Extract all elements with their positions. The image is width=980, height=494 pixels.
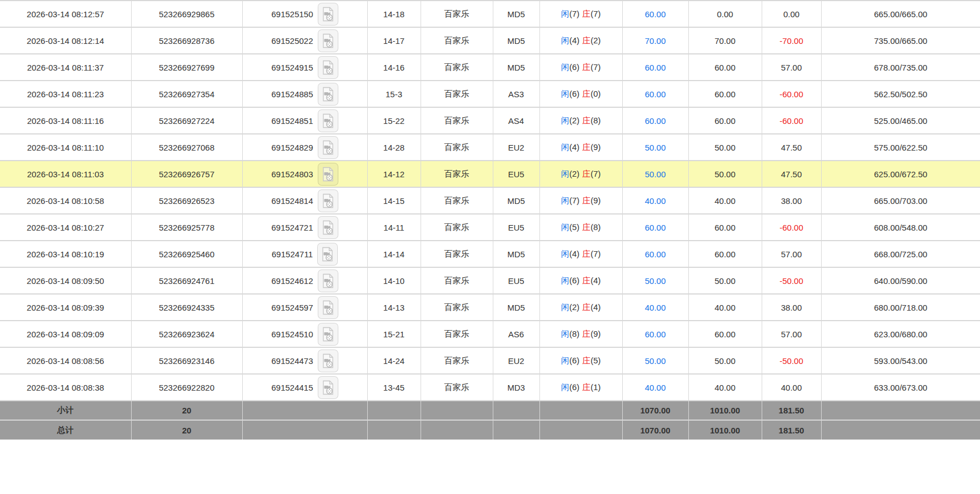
grand-total-spacer <box>367 420 421 440</box>
cell-table-code: MD5 <box>493 294 539 321</box>
cell-order-id: 523266927699 <box>131 54 242 81</box>
balance-before-after: 633.00/673.00 <box>874 383 927 392</box>
table-row[interactable]: 2026-03-14 08:10:19 523266925460 6915247… <box>0 241 980 267</box>
cell-game-name: 百家乐 <box>421 214 493 241</box>
game-id: 691524473 <box>271 356 313 366</box>
game-id: 691524885 <box>271 89 313 99</box>
win-loss: 38.00 <box>781 196 802 206</box>
banker-label: 庄 <box>582 142 591 152</box>
cell-bet-amount: 50.00 <box>622 161 688 187</box>
video-file-icon <box>322 33 334 48</box>
table-row[interactable]: 2026-03-14 08:11:16 523266927224 6915248… <box>0 107 980 134</box>
cell-bet-time: 2026-03-14 08:09:39 <box>0 294 131 321</box>
game-name: 百家乐 <box>444 142 469 152</box>
subtotal-spacer <box>539 401 622 420</box>
video-replay-button[interactable] <box>318 3 338 26</box>
game-name: 百家乐 <box>444 356 469 365</box>
cell-table-code: MD5 <box>493 241 539 267</box>
table-row[interactable]: 2026-03-14 08:10:58 523266926523 6915248… <box>0 187 980 214</box>
banker-points: (4) <box>591 276 601 285</box>
cell-game-id: 691524829 <box>242 134 367 161</box>
table-row[interactable]: 2026-03-14 08:09:09 523266923624 6915245… <box>0 321 980 347</box>
video-replay-button[interactable] <box>318 29 338 52</box>
cell-order-id: 523266926523 <box>131 187 242 214</box>
cell-bet-time: 2026-03-14 08:11:23 <box>0 81 131 107</box>
cell-table-code: MD5 <box>493 187 539 214</box>
table-row[interactable]: 2026-03-14 08:09:39 523266924335 6915245… <box>0 294 980 321</box>
cell-game-id: 691524711 <box>242 241 367 267</box>
cell-round: 14-16 <box>367 54 421 81</box>
cell-result: 闲(2)庄(7) <box>539 161 622 187</box>
player-points: (6) <box>569 62 579 72</box>
video-replay-button[interactable] <box>318 189 338 212</box>
video-replay-button[interactable] <box>318 109 338 132</box>
cell-table-code: EU5 <box>493 267 539 294</box>
subtotal-spacer <box>421 401 493 420</box>
cell-order-id: 523266924335 <box>131 294 242 321</box>
table-row[interactable]: 2026-03-14 08:11:03 523266926757 6915248… <box>0 161 980 187</box>
cell-result: 闲(7)庄(9) <box>539 187 622 214</box>
banker-points: (7) <box>591 9 601 18</box>
order-id: 523266922820 <box>159 383 214 392</box>
cell-round: 14-18 <box>367 1 421 27</box>
video-replay-button[interactable] <box>318 323 338 346</box>
table-row[interactable]: 2026-03-14 08:09:50 523266924761 6915246… <box>0 267 980 294</box>
records-body: 2026-03-14 08:12:57 523266929865 6915251… <box>0 1 980 401</box>
table-row[interactable]: 2026-03-14 08:12:14 523266928736 6915250… <box>0 27 980 54</box>
bet-amount: 40.00 <box>645 196 666 206</box>
table-row[interactable]: 2026-03-14 08:11:10 523266927068 6915248… <box>0 134 980 161</box>
player-label: 闲 <box>561 222 569 232</box>
table-row[interactable]: 2026-03-14 08:08:56 523266923146 6915244… <box>0 347 980 374</box>
round-number: 15-21 <box>383 330 404 339</box>
video-replay-button[interactable] <box>318 376 338 399</box>
table-row[interactable]: 2026-03-14 08:11:37 523266927699 6915249… <box>0 54 980 81</box>
cell-round: 15-22 <box>367 107 421 134</box>
video-replay-button[interactable] <box>318 163 338 186</box>
cell-game-name: 百家乐 <box>421 187 493 214</box>
video-replay-button[interactable] <box>318 296 338 319</box>
cell-result: 闲(7)庄(7) <box>539 1 622 27</box>
cell-bet-amount: 60.00 <box>622 214 688 241</box>
win-loss: 57.00 <box>781 63 802 72</box>
player-label: 闲 <box>561 36 569 45</box>
cell-round: 15-21 <box>367 321 421 347</box>
cell-balance: 640.00/590.00 <box>821 267 980 294</box>
valid-bet: 50.00 <box>714 356 736 366</box>
video-replay-button[interactable] <box>317 243 338 266</box>
cell-game-name: 百家乐 <box>421 241 493 267</box>
order-id: 523266927068 <box>159 143 214 152</box>
cell-valid-bet: 60.00 <box>688 241 762 267</box>
table-row[interactable]: 2026-03-14 08:11:23 523266927354 6915248… <box>0 81 980 107</box>
banker-label: 庄 <box>582 222 591 232</box>
win-loss: -50.00 <box>779 356 803 366</box>
cell-bet-time: 2026-03-14 08:09:50 <box>0 267 131 294</box>
video-replay-button[interactable] <box>318 216 338 239</box>
cell-win-loss: 40.00 <box>762 374 821 401</box>
video-file-icon <box>322 113 334 128</box>
video-replay-button[interactable] <box>318 270 338 292</box>
subtotal-spacer <box>821 401 980 420</box>
table-row[interactable]: 2026-03-14 08:12:57 523266929865 6915251… <box>0 1 980 27</box>
round-number: 14-24 <box>383 356 404 366</box>
cell-valid-bet: 60.00 <box>688 214 762 241</box>
video-replay-button[interactable] <box>318 136 338 159</box>
video-replay-button[interactable] <box>318 83 338 106</box>
video-replay-button[interactable] <box>318 350 338 372</box>
banker-points: (7) <box>591 62 601 72</box>
cell-win-loss: -70.00 <box>762 27 821 54</box>
balance-before-after: 665.00/665.00 <box>874 9 927 19</box>
balance-before-after: 680.00/718.00 <box>874 303 927 312</box>
table-row[interactable]: 2026-03-14 08:10:27 523266925778 6915247… <box>0 214 980 241</box>
valid-bet: 60.00 <box>714 116 736 126</box>
cell-bet-amount: 70.00 <box>622 27 688 54</box>
player-label: 闲 <box>561 196 569 205</box>
player-label: 闲 <box>561 62 569 72</box>
video-replay-button[interactable] <box>318 56 338 79</box>
cell-game-id: 691524851 <box>242 107 367 134</box>
game-name: 百家乐 <box>444 382 469 392</box>
round-number: 14-18 <box>383 9 404 19</box>
cell-round: 14-14 <box>367 241 421 267</box>
player-points: (2) <box>569 169 579 178</box>
win-loss: -60.00 <box>779 89 803 99</box>
table-row[interactable]: 2026-03-14 08:08:38 523266922820 6915244… <box>0 374 980 401</box>
